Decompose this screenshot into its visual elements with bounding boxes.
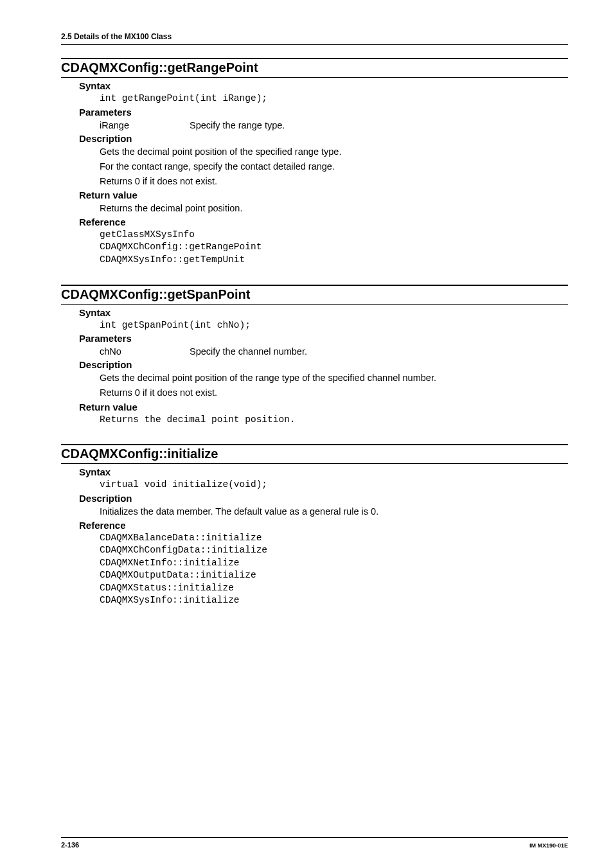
rule-thick (61, 285, 568, 286)
description-line: Gets the decimal point position of the s… (100, 145, 568, 159)
rule-thick (61, 58, 568, 59)
description-line: Returns 0 if it does not exist. (100, 175, 568, 188)
description-line: Initializes the data member. The default… (100, 505, 568, 518)
param-row: iRange Specify the range type. (100, 119, 568, 132)
reference-heading: Reference (79, 520, 568, 531)
api-entry: CDAQMXConfig::getSpanPoint Syntax int ge… (61, 285, 568, 426)
syntax-heading: Syntax (79, 307, 568, 318)
returnvalue-heading: Return value (79, 402, 568, 412)
reference-heading: Reference (79, 217, 568, 227)
reference-code: CDAQMXBalanceData::initialize CDAQMXChCo… (100, 532, 568, 607)
page-footer: 2-136 IM MX190-01E (61, 837, 568, 849)
description-line: Returns 0 if it does not exist. (100, 386, 568, 400)
api-entry: CDAQMXConfig::getRangePoint Syntax int g… (61, 58, 568, 267)
syntax-code: int getSpanPoint(int chNo); (100, 319, 568, 332)
param-desc: Specify the channel number. (190, 345, 568, 358)
section-header: 2.5 Details of the MX100 Class (61, 32, 568, 45)
returnvalue-heading: Return value (79, 190, 568, 200)
description-line: Gets the decimal point position of the r… (100, 371, 568, 385)
param-name: chNo (100, 345, 190, 358)
page-number: 2-136 (61, 841, 79, 849)
description-heading: Description (79, 359, 568, 370)
parameters-heading: Parameters (79, 107, 568, 118)
api-title: CDAQMXConfig::getRangePoint (61, 60, 568, 78)
param-row: chNo Specify the channel number. (100, 345, 568, 358)
description-heading: Description (79, 493, 568, 504)
syntax-heading: Syntax (79, 466, 568, 477)
param-desc: Specify the range type. (190, 119, 568, 132)
rule-thick (61, 444, 568, 445)
api-title: CDAQMXConfig::initialize (61, 447, 568, 464)
reference-code: getClassMXSysInfo CDAQMXChConfig::getRan… (100, 229, 568, 267)
param-name: iRange (100, 119, 190, 132)
description-line: For the contact range, specify the conta… (100, 160, 568, 173)
syntax-code: int getRangePoint(int iRange); (100, 93, 568, 105)
api-entry: CDAQMXConfig::initialize Syntax virtual … (61, 444, 568, 607)
doc-id: IM MX190-01E (529, 842, 568, 849)
returnvalue-line: Returns the decimal point position. (100, 202, 568, 215)
description-heading: Description (79, 133, 568, 144)
returnvalue-code: Returns the decimal point position. (100, 414, 568, 427)
api-title: CDAQMXConfig::getSpanPoint (61, 287, 568, 305)
syntax-code: virtual void initialize(void); (100, 479, 568, 492)
syntax-heading: Syntax (79, 80, 568, 91)
parameters-heading: Parameters (79, 333, 568, 344)
